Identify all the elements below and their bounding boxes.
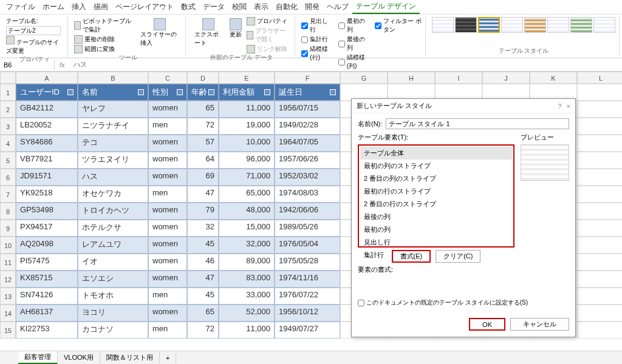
open-browser[interactable]: ブラウザーで開く xyxy=(247,27,292,44)
style-name-input[interactable] xyxy=(386,118,569,129)
data-cell[interactable]: 71,000 xyxy=(219,169,275,186)
chk-total-row[interactable]: 集計行 xyxy=(301,35,332,44)
table-element-item[interactable]: 最初の列 xyxy=(360,223,512,236)
chk-filter-button[interactable]: フィルター ボタン xyxy=(375,17,422,34)
empty-cell[interactable] xyxy=(577,271,622,288)
data-cell[interactable]: 1952/03/02 xyxy=(275,169,340,186)
format-button[interactable]: 書式(E) xyxy=(392,250,431,263)
data-cell[interactable]: イオ xyxy=(78,254,148,271)
style-swatch[interactable] xyxy=(432,17,454,33)
col-header[interactable]: E xyxy=(219,72,275,84)
data-cell[interactable]: AQ20498 xyxy=(16,237,78,254)
dedup-button[interactable]: 重複の削除 xyxy=(74,35,136,44)
sheet-tab[interactable]: 関数＆リスト用 xyxy=(100,352,160,363)
export-button[interactable]: エクスポート xyxy=(192,17,224,49)
data-cell[interactable]: VB77921 xyxy=(16,152,78,169)
fx-icon[interactable]: fx xyxy=(55,61,70,69)
style-swatch[interactable] xyxy=(455,17,477,33)
filter-dropdown-icon[interactable] xyxy=(67,89,73,95)
data-cell[interactable]: ハス xyxy=(78,169,148,186)
resize-table-button[interactable]: テーブルのサイズ変更 xyxy=(6,36,64,55)
ok-button[interactable]: OK xyxy=(469,318,505,331)
data-cell[interactable]: ツラエヌイリ xyxy=(78,152,148,169)
col-header[interactable]: C xyxy=(148,72,187,84)
data-cell[interactable]: 1949/02/28 xyxy=(275,118,340,135)
row-header[interactable]: 12 xyxy=(0,271,16,288)
menu-pagelayout[interactable]: ページレイアウト xyxy=(112,1,177,13)
data-cell[interactable]: 1974/08/03 xyxy=(275,186,340,203)
table-elements-listbox[interactable]: テーブル全体最初の列のストライプ2 番目の列のストライプ最初の行のストライプ2 … xyxy=(358,144,514,248)
data-cell[interactable]: 1956/10/12 xyxy=(275,305,340,322)
name-box[interactable]: B6 xyxy=(0,60,55,70)
data-cell[interactable]: JD91571 xyxy=(16,169,78,186)
style-swatch[interactable] xyxy=(547,17,569,33)
menu-home[interactable]: ホーム xyxy=(39,1,68,13)
data-cell[interactable]: 15,000 xyxy=(219,220,275,237)
data-cell[interactable]: 47 xyxy=(187,186,219,203)
data-cell[interactable]: 96,000 xyxy=(219,152,275,169)
table-element-item[interactable]: 2 番目の行のストライプ xyxy=(360,198,512,211)
data-cell[interactable]: 1942/06/06 xyxy=(275,203,340,220)
table-column-header[interactable]: 名前 xyxy=(78,84,148,101)
row-header[interactable]: 10 xyxy=(0,237,16,254)
chk-header-row[interactable]: 見出し行 xyxy=(301,17,332,34)
table-element-item[interactable]: 見出し行 xyxy=(360,236,512,249)
empty-cell[interactable] xyxy=(577,169,622,186)
table-element-item[interactable]: 最初の列のストライプ xyxy=(360,160,512,172)
set-default-checkbox[interactable]: このドキュメントの既定のテーブル スタイルに設定する(S) xyxy=(358,298,569,307)
menu-formulas[interactable]: 数式 xyxy=(177,1,199,13)
col-header[interactable]: L xyxy=(577,72,622,84)
data-cell[interactable]: 57 xyxy=(187,135,219,152)
data-cell[interactable]: SN74126 xyxy=(16,288,78,305)
filter-dropdown-icon[interactable] xyxy=(208,89,214,95)
data-cell[interactable]: 1957/06/26 xyxy=(275,152,340,169)
table-column-header[interactable]: 利用金額 xyxy=(219,84,275,101)
data-cell[interactable]: 83,000 xyxy=(219,271,275,288)
col-header[interactable]: G xyxy=(340,72,388,84)
data-cell[interactable]: 11,000 xyxy=(219,322,275,339)
data-cell[interactable]: 19,000 xyxy=(219,118,275,135)
data-cell[interactable]: women xyxy=(148,237,187,254)
empty-cell[interactable] xyxy=(577,322,622,339)
style-swatch-selected[interactable] xyxy=(478,17,500,33)
table-column-header[interactable]: ユーザーID xyxy=(16,84,78,101)
ext-props[interactable]: プロパティ xyxy=(247,17,292,25)
data-cell[interactable]: women xyxy=(148,169,187,186)
col-header[interactable]: H xyxy=(388,72,435,84)
data-cell[interactable]: women xyxy=(148,254,187,271)
sheet-tab[interactable]: 顧客管理 xyxy=(18,351,58,364)
style-swatch[interactable] xyxy=(524,17,546,33)
row-header[interactable]: 6 xyxy=(0,169,16,186)
col-header[interactable]: I xyxy=(435,72,482,84)
data-cell[interactable]: ヤレフ xyxy=(78,101,148,118)
col-header[interactable]: J xyxy=(482,72,530,84)
data-cell[interactable]: トロイカヘツ xyxy=(78,203,148,220)
data-cell[interactable]: SY84686 xyxy=(16,135,78,152)
empty-cell[interactable] xyxy=(577,135,622,152)
data-cell[interactable]: 79 xyxy=(187,203,219,220)
data-cell[interactable]: 64 xyxy=(187,152,219,169)
data-cell[interactable]: men xyxy=(148,322,187,339)
data-cell[interactable]: women xyxy=(148,271,187,288)
data-cell[interactable]: 33,000 xyxy=(219,288,275,305)
filter-dropdown-icon[interactable] xyxy=(177,89,183,95)
data-cell[interactable]: トモオホ xyxy=(78,288,148,305)
data-cell[interactable]: KI22753 xyxy=(16,322,78,339)
table-column-header[interactable]: 年齢 xyxy=(187,84,219,101)
style-swatch[interactable] xyxy=(593,17,615,33)
chk-first-col[interactable]: 最初の列 xyxy=(338,17,369,34)
data-cell[interactable]: 1974/11/16 xyxy=(275,271,340,288)
chk-banded-rows[interactable]: 縞模様 (行) xyxy=(301,45,332,62)
menu-data[interactable]: データ xyxy=(199,1,228,13)
pivot-button[interactable]: ピボットテーブルで集計 xyxy=(74,17,136,34)
empty-cell[interactable] xyxy=(577,305,622,322)
data-cell[interactable]: 1949/07/27 xyxy=(275,322,340,339)
row-header[interactable]: 14 xyxy=(0,305,16,322)
data-cell[interactable]: 65 xyxy=(187,101,219,118)
row-header[interactable]: 1 xyxy=(0,84,16,101)
data-cell[interactable]: women xyxy=(148,220,187,237)
menu-review[interactable]: 校閲 xyxy=(228,1,250,13)
data-cell[interactable]: 10,000 xyxy=(219,135,275,152)
data-cell[interactable]: 48,000 xyxy=(219,203,275,220)
refresh-button[interactable]: 更新 xyxy=(227,17,244,40)
